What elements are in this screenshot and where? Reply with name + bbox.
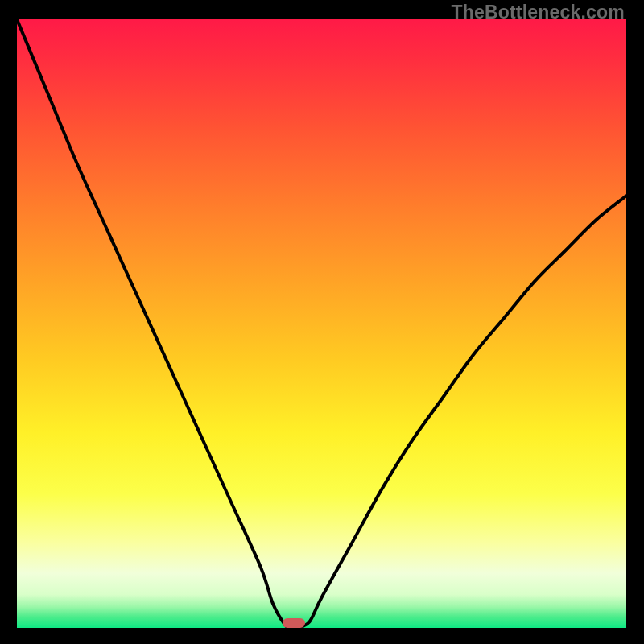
plot-area [17, 19, 626, 628]
bottleneck-curve [17, 19, 626, 628]
optimal-point-marker [283, 618, 305, 628]
chart-frame: TheBottleneck.com [0, 0, 644, 644]
